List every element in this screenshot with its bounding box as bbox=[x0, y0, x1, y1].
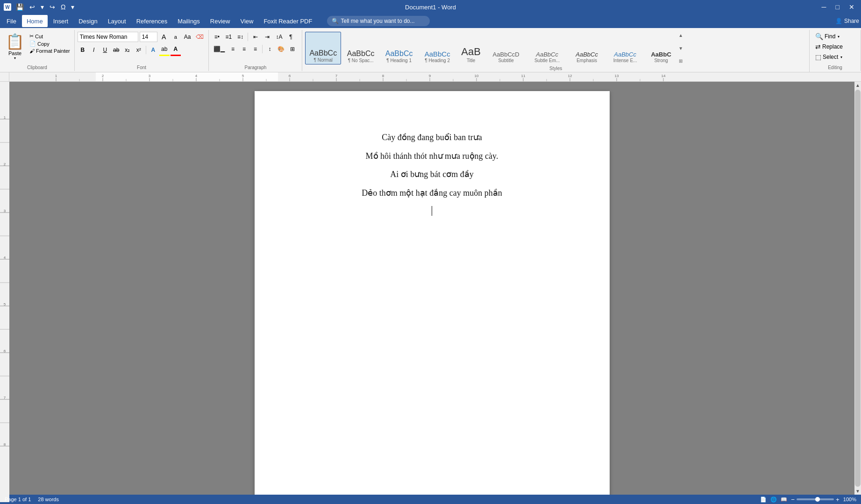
line-spacing-button[interactable]: ↕ bbox=[264, 44, 275, 54]
highlight-button[interactable]: ab bbox=[159, 44, 170, 54]
highlight-color-bar bbox=[159, 55, 170, 56]
scrollbar-thumb[interactable] bbox=[855, 90, 861, 487]
document-area[interactable]: Cày đồng đang buổi ban trưa Mồ hôi thánh… bbox=[9, 82, 854, 495]
increase-indent-button[interactable]: ⇥ bbox=[262, 32, 272, 42]
undo-button[interactable]: ↩ bbox=[28, 2, 37, 12]
zoom-slider[interactable] bbox=[797, 498, 834, 500]
decrease-indent-button[interactable]: ⇤ bbox=[250, 32, 261, 42]
poem-line-1: Cày đồng đang buổi ban trưa bbox=[301, 128, 563, 147]
underline-button[interactable]: U bbox=[100, 45, 110, 55]
share-button[interactable]: 👤 Share bbox=[835, 18, 859, 24]
strikethrough-button[interactable]: ab bbox=[111, 45, 121, 55]
clipboard-label[interactable]: Clipboard bbox=[3, 64, 71, 71]
paste-button[interactable]: 📋 Paste ▾ bbox=[3, 32, 27, 61]
justify-button[interactable]: ≡ bbox=[250, 44, 260, 54]
styles-scroll-down[interactable]: ▼ bbox=[678, 46, 683, 51]
sort-button[interactable]: ↕A bbox=[274, 32, 284, 42]
undo-dropdown[interactable]: ▾ bbox=[39, 2, 46, 12]
view-read-icon[interactable]: 📖 bbox=[781, 497, 787, 503]
font-color-button[interactable]: A bbox=[171, 44, 181, 54]
maximize-button[interactable]: □ bbox=[833, 0, 842, 14]
styles-expand[interactable]: ⊞ bbox=[678, 58, 683, 64]
view-print-icon[interactable]: 📄 bbox=[760, 497, 767, 503]
tell-me-box[interactable]: 🔍 Tell me what you want to do... bbox=[327, 16, 430, 26]
menu-insert[interactable]: Insert bbox=[49, 15, 73, 27]
style-intense-em[interactable]: AaBbCc Intense E... bbox=[606, 32, 644, 64]
vertical-ruler-svg: 1 2 3 4 5 6 7 8 bbox=[0, 82, 9, 502]
zoom-out-button[interactable]: − bbox=[791, 496, 795, 503]
editing-label[interactable]: Editing bbox=[812, 64, 858, 71]
font-label[interactable]: Font bbox=[78, 64, 206, 71]
clear-formatting-button[interactable]: ⌫ bbox=[194, 32, 206, 42]
style-heading2[interactable]: AaBbCc ¶ Heading 2 bbox=[419, 32, 456, 64]
close-button[interactable]: ✕ bbox=[846, 0, 857, 14]
change-case-button[interactable]: Aa bbox=[182, 32, 193, 42]
align-left-button[interactable]: ⬛▁ bbox=[212, 44, 227, 54]
menu-view[interactable]: View bbox=[235, 15, 258, 27]
ruler-svg: 1 2 3 4 5 6 7 8 9 10 bbox=[9, 72, 861, 82]
menu-references[interactable]: References bbox=[132, 15, 172, 27]
replace-button[interactable]: ⇄ Replace bbox=[812, 42, 846, 51]
customize-qat[interactable]: ▾ bbox=[69, 2, 76, 12]
menu-mailings[interactable]: Mailings bbox=[173, 15, 205, 27]
style-heading1[interactable]: AaBbCc ¶ Heading 1 bbox=[380, 32, 418, 64]
shrink-font-button[interactable]: a bbox=[171, 32, 181, 42]
view-web-icon[interactable]: 🌐 bbox=[770, 497, 777, 503]
menu-file[interactable]: File bbox=[2, 15, 21, 27]
menu-layout[interactable]: Layout bbox=[103, 15, 131, 27]
omega-button[interactable]: Ω bbox=[59, 2, 67, 12]
menu-design[interactable]: Design bbox=[74, 15, 102, 27]
save-button[interactable]: 💾 bbox=[14, 2, 26, 12]
document-page[interactable]: Cày đồng đang buổi ban trưa Mồ hôi thánh… bbox=[255, 91, 610, 495]
grow-font-button[interactable]: A bbox=[159, 32, 169, 42]
copy-button[interactable]: 📄 Copy bbox=[28, 40, 71, 47]
format-painter-button[interactable]: 🖌 Format Painter bbox=[28, 48, 71, 54]
show-marks-button[interactable]: ¶ bbox=[285, 32, 296, 42]
zoom-level[interactable]: 100% bbox=[843, 497, 856, 502]
poem-cursor-line[interactable] bbox=[301, 202, 563, 221]
font-name-input[interactable] bbox=[78, 32, 138, 42]
menu-home[interactable]: Home bbox=[22, 15, 48, 27]
style-title[interactable]: AaB Title bbox=[457, 32, 485, 64]
text-effects-button[interactable]: A bbox=[148, 45, 158, 55]
styles-scroll-up[interactable]: ▲ bbox=[678, 33, 683, 38]
style-strong[interactable]: AaBbC Strong bbox=[645, 32, 677, 64]
minimize-button[interactable]: ─ bbox=[819, 0, 829, 14]
numbering-button[interactable]: ≡1 bbox=[223, 32, 234, 42]
bold-button[interactable]: B bbox=[78, 45, 88, 55]
subscript-button[interactable]: x₂ bbox=[122, 45, 133, 55]
vertical-scrollbar[interactable]: ▲ ▼ bbox=[854, 82, 861, 495]
page-content[interactable]: Cày đồng đang buổi ban trưa Mồ hôi thánh… bbox=[301, 128, 563, 221]
cut-button[interactable]: ✂ Cut bbox=[28, 33, 71, 40]
italic-button[interactable]: I bbox=[89, 45, 99, 55]
shading-button[interactable]: 🎨 bbox=[276, 44, 286, 54]
menu-foxit[interactable]: Foxit Reader PDF bbox=[259, 15, 317, 27]
style-subtitle[interactable]: AaBbCcD Subtitle bbox=[486, 32, 526, 64]
zoom-in-button[interactable]: + bbox=[836, 496, 840, 503]
style-normal[interactable]: AaBbCc ¶ Normal bbox=[305, 32, 341, 64]
style-no-spacing[interactable]: AaBbCc ¶ No Spac... bbox=[342, 32, 379, 64]
style-emphasis[interactable]: AaBbCc Emphasis bbox=[568, 32, 605, 64]
paragraph-label[interactable]: Paragraph bbox=[212, 64, 299, 71]
style-subtle-em[interactable]: AaBbCc Subtle Em... bbox=[527, 32, 567, 64]
multilevel-button[interactable]: ≡↕ bbox=[235, 32, 245, 42]
find-icon: 🔍 bbox=[815, 33, 823, 40]
font-size-input[interactable] bbox=[140, 32, 157, 42]
select-button[interactable]: ⬚ Select ▾ bbox=[812, 52, 845, 62]
scrollbar-up-button[interactable]: ▲ bbox=[855, 83, 860, 88]
align-center-button[interactable]: ≡ bbox=[228, 44, 238, 54]
scrollbar-down-button[interactable]: ▼ bbox=[855, 489, 860, 494]
paste-icon: 📋 bbox=[6, 33, 24, 50]
menu-review[interactable]: Review bbox=[206, 15, 235, 27]
find-button[interactable]: 🔍 Find ▾ bbox=[812, 32, 842, 41]
style-strong-label: Strong bbox=[654, 58, 668, 63]
redo-button[interactable]: ↪ bbox=[48, 2, 57, 12]
superscript-button[interactable]: x² bbox=[134, 45, 144, 55]
clipboard-group: 📋 Paste ▾ ✂ Cut 📄 Copy 🖌 Format Painter bbox=[0, 30, 75, 71]
borders-button[interactable]: ⊞ bbox=[287, 44, 298, 54]
bullets-button[interactable]: ≡• bbox=[212, 32, 222, 42]
svg-text:3: 3 bbox=[4, 209, 6, 213]
copy-icon: 📄 bbox=[29, 41, 36, 47]
styles-label[interactable]: Styles bbox=[305, 64, 806, 72]
align-right-button[interactable]: ≡ bbox=[239, 44, 249, 54]
